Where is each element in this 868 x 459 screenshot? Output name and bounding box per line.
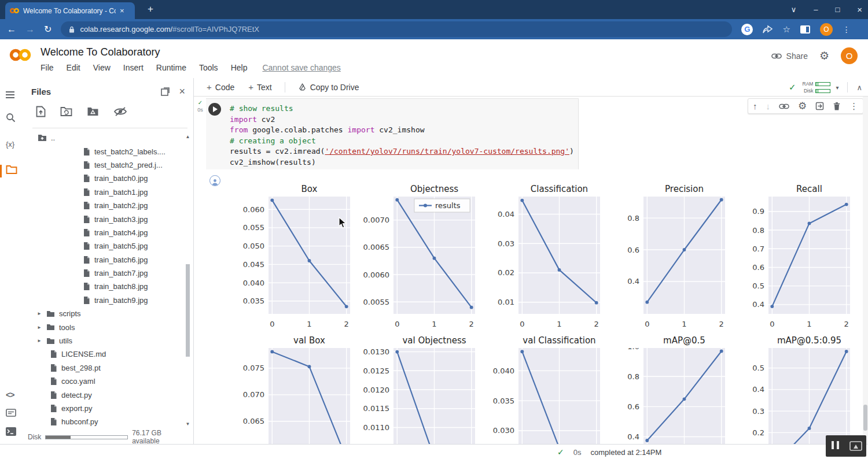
window-maximize-icon[interactable]: □ <box>835 5 840 14</box>
file-tree-item[interactable]: train_batch8.jpg <box>23 280 185 293</box>
code-content[interactable]: # show resultsimport cv2from google.cola… <box>230 103 578 168</box>
file-tree-item[interactable]: train_batch9.jpg <box>23 294 185 307</box>
popout-panel-icon[interactable] <box>161 87 170 96</box>
command-palette-icon[interactable] <box>6 409 16 417</box>
mount-drive-icon[interactable] <box>87 106 99 117</box>
expand-arrow-icon[interactable]: ► <box>37 325 42 330</box>
bookmark-star-icon[interactable]: ☆ <box>782 24 790 35</box>
menu-help[interactable]: Help <box>231 63 248 72</box>
collapse-toolbar-icon[interactable]: ∧ <box>856 83 862 92</box>
add-code-button[interactable]: + Code <box>202 82 239 92</box>
close-panel-icon[interactable]: × <box>179 86 185 98</box>
code-cell-editor[interactable]: # show resultsimport cv2from google.cola… <box>206 98 579 169</box>
file-tree-item[interactable]: train_batch4.jpg <box>23 226 185 239</box>
code-file-link[interactable]: '/content/yolov7/runs/train/yolov7-custo… <box>325 147 569 156</box>
file-tree-item[interactable]: best_298.pt <box>23 361 185 375</box>
cell-more-menu-icon[interactable]: ⋮ <box>849 101 858 112</box>
terminal-icon[interactable] <box>6 427 16 436</box>
file-tree-folder[interactable]: ►scripts <box>23 307 185 320</box>
search-icon[interactable] <box>6 113 16 123</box>
new-tab-button[interactable]: + <box>148 3 153 15</box>
back-icon[interactable]: ← <box>7 24 16 35</box>
window-close-icon[interactable]: × <box>857 5 862 14</box>
file-tree-item[interactable]: train_batch3.jpg <box>23 212 185 225</box>
refresh-folder-icon[interactable] <box>60 106 72 117</box>
file-tree-item[interactable]: train_batch1.jpg <box>23 186 185 199</box>
scroll-up-icon[interactable]: ▲ <box>185 134 191 139</box>
share-page-icon[interactable] <box>763 25 773 34</box>
add-text-button[interactable]: + Text <box>244 82 276 92</box>
run-cell-button[interactable] <box>208 103 221 116</box>
scrollbar-thumb[interactable] <box>186 264 190 357</box>
account-avatar[interactable]: O <box>841 47 858 64</box>
colab-logo-icon[interactable] <box>9 47 31 62</box>
window-chevron-icon[interactable]: ∨ <box>791 5 797 14</box>
file-tree-folder[interactable]: ►utils <box>23 334 185 347</box>
file-tree-item[interactable]: coco.yaml <box>23 375 185 388</box>
browser-tab[interactable]: Welcome To Colaboratory - Colab × <box>5 2 135 19</box>
mirror-cell-icon[interactable] <box>815 102 824 110</box>
file-tree-item[interactable]: LICENSE.md <box>23 347 185 361</box>
hide-hidden-files-icon[interactable] <box>113 106 127 117</box>
reload-icon[interactable]: ↻ <box>44 24 52 35</box>
file-tree-item[interactable]: train_batch6.jpg <box>23 253 185 266</box>
disk-usage-fill <box>46 436 70 439</box>
svg-text:1: 1 <box>432 320 436 328</box>
move-cell-down-icon[interactable]: ↓ <box>766 101 771 111</box>
pause-icon[interactable] <box>830 441 841 451</box>
menu-runtime[interactable]: Runtime <box>156 63 186 72</box>
file-tree-item[interactable]: test_batch2_pred.j... <box>23 158 185 172</box>
file-tree-folder[interactable]: ►tools <box>23 320 185 334</box>
menu-edit[interactable]: Edit <box>67 63 80 72</box>
resource-meter[interactable]: RAM Disk <box>801 81 830 94</box>
file-tree-item[interactable]: train_batch2.jpg <box>23 199 185 212</box>
google-account-icon[interactable]: G <box>741 24 753 35</box>
expand-arrow-icon[interactable]: ► <box>37 311 42 316</box>
file-tree-item[interactable]: .. <box>23 131 185 145</box>
forward-icon[interactable]: → <box>25 24 35 35</box>
file-tree-scrollbar[interactable]: ▲ ▼ <box>185 134 191 427</box>
browser-menu-icon[interactable]: ⋮ <box>843 25 851 34</box>
file-tree-item[interactable]: train_batch7.jpg <box>23 266 185 280</box>
side-panel-icon[interactable] <box>800 25 810 34</box>
notebook-scrollbar[interactable] <box>863 97 868 444</box>
file-tree-item[interactable]: detect.py <box>23 388 185 401</box>
expand-arrow-icon[interactable]: ► <box>37 338 42 343</box>
cell-settings-gear-icon[interactable]: ⚙ <box>798 100 807 112</box>
url-bar[interactable]: colab.research.google.com/#scrollTo=AIVP… <box>61 21 732 37</box>
menu-tools[interactable]: Tools <box>199 63 218 72</box>
settings-gear-icon[interactable]: ⚙ <box>819 49 829 62</box>
files-folder-icon[interactable] <box>6 165 17 175</box>
variables-icon[interactable]: {x} <box>6 140 14 149</box>
save-status[interactable]: Cannot save changes <box>262 63 340 72</box>
share-button[interactable]: Share <box>771 51 808 61</box>
window-minimize-icon[interactable]: – <box>814 5 818 14</box>
file-tree-item[interactable]: test_batch2_labels.... <box>23 145 185 158</box>
svg-text:0.8: 0.8 <box>627 372 639 381</box>
file-tree-item[interactable]: hubconf.py <box>23 415 185 428</box>
file-tree-item[interactable]: train_batch0.jpg <box>23 172 185 185</box>
tab-close-icon[interactable]: × <box>120 6 124 15</box>
menu-insert[interactable]: Insert <box>123 63 144 72</box>
file-tree-item[interactable]: export.py <box>23 402 185 415</box>
notebook-scroll-area[interactable]: ✓ 0s # show resultsimport cv2from google… <box>194 97 868 444</box>
scrollbar-thumb[interactable] <box>863 405 867 431</box>
table-of-contents-icon[interactable] <box>6 90 14 100</box>
delete-cell-icon[interactable] <box>833 102 841 111</box>
code-token: # creating a object <box>230 136 316 145</box>
resources-dropdown-icon[interactable]: ▾ <box>836 84 838 91</box>
recording-control-overlay[interactable] <box>826 435 866 457</box>
notebook-title[interactable]: Welcome To Colaboratory <box>41 46 160 58</box>
upload-file-icon[interactable] <box>36 106 46 117</box>
code-snippets-icon[interactable]: <> <box>6 390 14 399</box>
copy-to-drive-button[interactable]: Copy to Drive <box>293 83 364 92</box>
picture-in-picture-icon[interactable] <box>849 441 862 451</box>
menu-view[interactable]: View <box>93 63 111 72</box>
browser-avatar[interactable]: O <box>820 23 833 36</box>
move-cell-up-icon[interactable]: ↑ <box>753 101 757 111</box>
scroll-down-icon[interactable]: ▼ <box>185 421 191 427</box>
menu-file[interactable]: File <box>41 63 54 72</box>
link-to-cell-icon[interactable] <box>779 103 789 109</box>
exec-time: 0s <box>195 107 205 113</box>
file-tree-item[interactable]: train_batch5.jpg <box>23 239 185 253</box>
